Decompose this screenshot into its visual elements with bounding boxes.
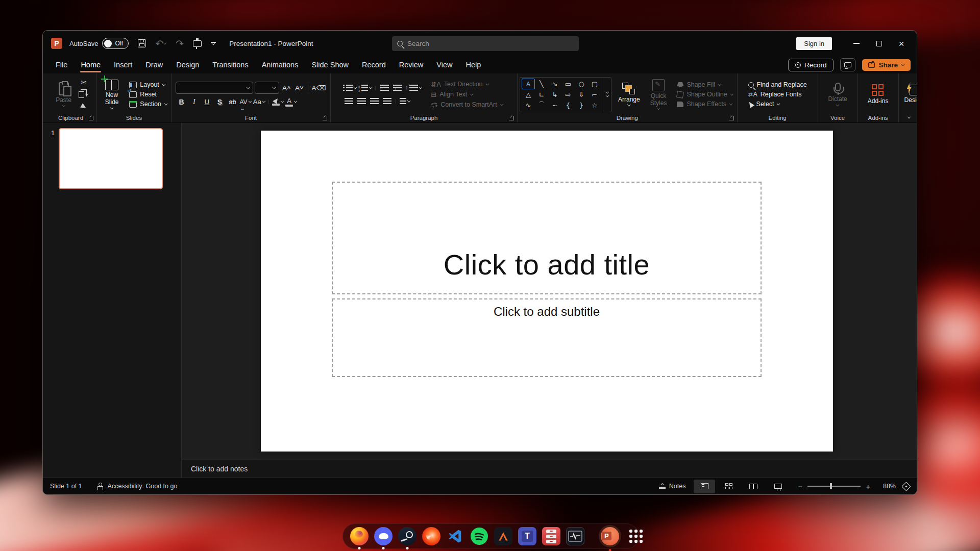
underline-button[interactable]: U (201, 96, 212, 107)
dock-discord-icon[interactable] (374, 527, 393, 545)
shape-oval-icon[interactable]: ○ (575, 79, 588, 89)
tab-view[interactable]: View (430, 56, 459, 73)
powerpoint-logo-icon[interactable]: P (51, 38, 62, 49)
dictate-button[interactable]: Dictate (824, 81, 850, 108)
shape-line-icon[interactable]: ╲ (535, 79, 548, 89)
zoom-in-button[interactable]: + (866, 482, 870, 491)
drawing-dialog-launcher-icon[interactable] (729, 116, 734, 120)
shape-scribble-icon[interactable]: ∿ (522, 100, 535, 111)
shape-down-arrow-icon[interactable]: ⇩ (575, 89, 588, 100)
shape-gallery-scrollbar[interactable] (603, 78, 611, 112)
format-painter-button[interactable] (78, 102, 89, 112)
title-placeholder[interactable]: Click to add title (332, 182, 762, 294)
font-dialog-launcher-icon[interactable] (323, 116, 327, 120)
minimize-button[interactable] (845, 31, 868, 56)
find-and-replace-button[interactable]: Find and Replace (747, 81, 808, 89)
align-center-button[interactable] (356, 96, 367, 107)
dock-garuda-icon[interactable] (422, 527, 440, 545)
search-input[interactable] (407, 40, 574, 47)
justify-button[interactable] (381, 96, 393, 107)
line-spacing-button[interactable] (409, 83, 422, 93)
close-button[interactable]: × (890, 31, 913, 56)
tab-design[interactable]: Design (169, 56, 206, 73)
shape-right-arrow-icon[interactable]: ⇨ (561, 89, 575, 100)
tab-file[interactable]: File (49, 56, 74, 73)
align-right-button[interactable] (369, 96, 380, 107)
dock-steam-icon[interactable] (398, 527, 416, 545)
accessibility-status[interactable]: Accessibility: Good to go (96, 483, 178, 490)
slide-thumbnail[interactable] (59, 128, 163, 189)
arrange-button[interactable]: Arrange (615, 81, 644, 108)
comments-button[interactable] (840, 58, 855, 71)
designer-button[interactable]: Designer (901, 83, 917, 106)
select-button[interactable]: Select (747, 100, 808, 108)
section-button[interactable]: Section (128, 100, 169, 108)
change-case-button[interactable]: Aa (253, 96, 266, 107)
text-direction-button[interactable]: ⇵AText Direction (429, 80, 504, 89)
slide[interactable]: Click to add title Click to add subtitle (261, 131, 833, 452)
shape-left-brace-icon[interactable]: { (561, 100, 575, 111)
columns-button[interactable] (399, 96, 410, 107)
shape-star-icon[interactable]: ☆ (588, 100, 601, 111)
strikethrough-button[interactable]: ab (227, 96, 238, 107)
decrease-indent-button[interactable] (379, 83, 390, 93)
tab-draw[interactable]: Draw (139, 56, 169, 73)
normal-view-button[interactable] (694, 480, 715, 493)
shape-freeform-icon[interactable]: ⌐ (588, 89, 601, 100)
quick-styles-button[interactable]: Quick Styles (647, 78, 671, 112)
shape-rounded-rectangle-icon[interactable]: ▢ (588, 79, 601, 89)
clear-formatting-button[interactable]: A⌫ (311, 83, 326, 93)
shape-elbow-arrow-icon[interactable]: ↳ (548, 89, 561, 100)
dock-powerpoint-icon[interactable]: P (599, 525, 621, 547)
tab-transitions[interactable]: Transitions (206, 56, 255, 73)
font-color-button[interactable]: A (285, 96, 297, 107)
font-size-combo[interactable] (255, 82, 279, 94)
redo-button[interactable]: ↷ (176, 39, 184, 48)
dock-app-grid-icon[interactable] (627, 530, 645, 543)
autosave-toggle[interactable]: Off (102, 38, 129, 49)
text-highlight-button[interactable] (272, 96, 284, 107)
paragraph-dialog-launcher-icon[interactable] (509, 116, 514, 120)
bullets-button[interactable] (343, 83, 357, 93)
zoom-percentage[interactable]: 88% (877, 483, 896, 490)
tab-review[interactable]: Review (393, 56, 430, 73)
shrink-font-button[interactable]: A˅ (293, 83, 305, 93)
numbering-button[interactable] (358, 83, 372, 93)
dock-file-cabinet-icon[interactable] (542, 527, 560, 545)
clipboard-dialog-launcher-icon[interactable] (89, 116, 93, 120)
notes-toggle-button[interactable]: Notes (654, 481, 691, 492)
dock-microsoft-teams-icon[interactable]: T (518, 527, 536, 545)
reading-view-button[interactable] (743, 480, 764, 493)
font-name-combo[interactable] (176, 82, 253, 94)
fit-slide-to-window-icon[interactable] (901, 482, 911, 491)
start-slideshow-button[interactable] (193, 40, 202, 47)
shape-line-arrow-icon[interactable]: ↘ (548, 79, 561, 89)
dock-system-monitor-icon[interactable] (566, 527, 584, 545)
undo-button[interactable]: ↶ (155, 39, 166, 48)
reset-button[interactable]: Reset (128, 90, 169, 98)
zoom-out-button[interactable]: − (798, 482, 802, 491)
record-button[interactable]: Record (788, 59, 834, 71)
subtitle-placeholder[interactable]: Click to add subtitle (332, 298, 762, 377)
tab-home[interactable]: Home (74, 56, 107, 73)
search-box[interactable] (392, 36, 579, 51)
shape-rectangle-icon[interactable]: ▭ (561, 79, 575, 89)
autosave-control[interactable]: AutoSave Off (69, 38, 129, 49)
copy-button[interactable] (78, 89, 89, 100)
italic-button[interactable]: I (188, 96, 200, 107)
layout-button[interactable]: Layout (128, 81, 169, 89)
shape-arc-icon[interactable]: ⌒ (535, 100, 548, 111)
notes-pane[interactable]: Click to add notes (182, 460, 917, 478)
bold-button[interactable]: B (176, 96, 187, 107)
cut-button[interactable]: ✂ (78, 77, 89, 88)
dock-spotify-icon[interactable] (470, 527, 488, 545)
tab-help[interactable]: Help (459, 56, 487, 73)
shape-right-brace-icon[interactable]: } (575, 100, 588, 111)
maximize-button[interactable] (868, 31, 890, 56)
tab-insert[interactable]: Insert (107, 56, 139, 73)
addins-button[interactable]: Add-ins (864, 83, 892, 107)
share-button[interactable]: Share (862, 59, 911, 71)
align-text-button[interactable]: ⊟Align Text (429, 90, 504, 99)
save-button[interactable] (138, 39, 146, 47)
shape-triangle-icon[interactable]: △ (522, 89, 535, 100)
